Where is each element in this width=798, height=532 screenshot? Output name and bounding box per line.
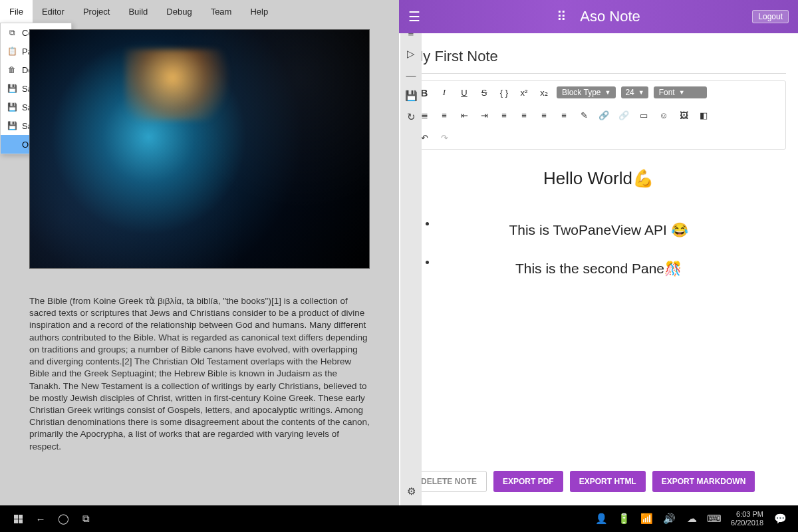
list-ol-button[interactable]: ≡ [437, 108, 452, 122]
side-icon-strip: ← ≡ ▷ — 💾 ↻ ⚙ [400, 0, 422, 505]
volume-icon[interactable]: 🔊 [658, 505, 680, 532]
content-line-1: Hello World💪 [418, 168, 779, 189]
align-center-button[interactable]: ≡ [517, 108, 531, 122]
bullet-icon [426, 222, 429, 225]
erase-button[interactable]: ◧ [696, 108, 711, 122]
menu-debug[interactable]: Debug [157, 0, 201, 23]
chevron-down-icon: ▼ [604, 89, 610, 96]
font-select[interactable]: Font▼ [654, 86, 707, 98]
cortana-icon[interactable]: ◯ [52, 505, 74, 532]
subscript-button[interactable]: x₂ [537, 85, 551, 100]
start-button[interactable] [7, 505, 29, 532]
note-pane: ☰ ⠿ Aso Note Logout B I U S { } x² x₂ Bl… [399, 0, 798, 505]
redo-button[interactable]: ↷ [437, 130, 452, 145]
export-pdf-button[interactable]: EXPORT PDF [493, 471, 563, 492]
menu-editor[interactable]: Editor [33, 0, 74, 23]
app-title: Aso Note [580, 8, 640, 25]
taskbar-clock[interactable]: 6:03 PM 6/20/2018 [731, 510, 763, 527]
chevron-down-icon: ▼ [638, 89, 644, 96]
align-justify-button[interactable]: ≡ [557, 108, 571, 122]
menu-file[interactable]: File [0, 0, 33, 23]
note-actions: DELETE NOTE EXPORT PDF EXPORT HTML EXPOR… [411, 466, 786, 497]
indent-button[interactable]: ⇥ [477, 108, 491, 122]
menu-help[interactable]: Help [241, 0, 277, 23]
hamburger-icon[interactable]: ☰ [408, 9, 420, 25]
editor-content[interactable]: Hello World💪 This is TwoPaneView API 😂 T… [411, 150, 786, 466]
align-left-button[interactable]: ≡ [497, 108, 511, 122]
export-markdown-button[interactable]: EXPORT MARKDOWN [652, 471, 755, 492]
emoji-button[interactable]: ☺ [656, 108, 671, 122]
apps-grid-icon[interactable]: ⠿ [557, 9, 567, 25]
nebula-image [29, 29, 370, 269]
code-button[interactable]: { } [497, 85, 511, 100]
color-button[interactable]: ✎ [577, 108, 591, 122]
superscript-button[interactable]: x² [517, 85, 531, 100]
taskbar: ← ◯ ⧉ 👤 🔋 📶 🔊 ☁ ⌨ 6:03 PM 6/20/2018 💬 [0, 505, 798, 532]
divider [411, 73, 786, 74]
bullet-icon [426, 261, 429, 264]
gear-icon[interactable]: ⚙ [407, 485, 416, 497]
battery-icon[interactable]: 🔋 [612, 505, 635, 532]
body-text: The Bible (from Koine Greek τὰ βιβλία, t… [29, 295, 370, 453]
ide-pane: File Editor Project Build Debug Team Hel… [0, 0, 399, 505]
embed-button[interactable]: ▭ [636, 108, 651, 122]
italic-button[interactable]: I [437, 85, 452, 100]
block-type-select[interactable]: Block Type▼ [557, 86, 616, 98]
image-button[interactable]: 🖼 [676, 108, 691, 122]
note-title-input[interactable] [411, 44, 786, 69]
align-right-button[interactable]: ≡ [537, 108, 551, 122]
people-icon[interactable]: 👤 [590, 505, 612, 532]
play-icon[interactable]: ▷ [407, 48, 415, 60]
menu-build[interactable]: Build [119, 0, 157, 23]
back-button[interactable]: ← [29, 505, 52, 532]
wifi-icon[interactable]: 📶 [635, 505, 658, 532]
font-size-select[interactable]: 24▼ [621, 86, 648, 98]
refresh-icon[interactable]: ↻ [407, 111, 416, 123]
note-header: ☰ ⠿ Aso Note Logout [399, 0, 798, 33]
task-view-icon[interactable]: ⧉ [74, 505, 97, 532]
ide-body: The Bible (from Koine Greek τὰ βιβλία, t… [0, 23, 399, 505]
save-disk-icon[interactable]: 💾 [405, 90, 418, 102]
strike-button[interactable]: S [477, 85, 491, 100]
link-button[interactable]: 🔗 [597, 108, 611, 122]
keyboard-icon[interactable]: ⌨ [703, 505, 726, 532]
unlink-button[interactable]: 🔗 [616, 108, 631, 122]
content-line-2: This is TwoPaneView API 😂 [418, 222, 779, 238]
chevron-down-icon: ▼ [679, 89, 685, 96]
editor-toolbar: B I U S { } x² x₂ Block Type▼ 24▼ Font▼ … [411, 80, 786, 150]
export-html-button[interactable]: EXPORT HTML [570, 471, 646, 492]
note-body: B I U S { } x² x₂ Block Type▼ 24▼ Font▼ … [399, 33, 798, 505]
notifications-icon[interactable]: 💬 [769, 505, 791, 532]
content-line-3: This is the second Pane🎊 [418, 261, 779, 277]
onedrive-icon[interactable]: ☁ [680, 505, 703, 532]
underline-button[interactable]: U [457, 85, 471, 100]
menu-bar: File Editor Project Build Debug Team Hel… [0, 0, 399, 23]
outdent-button[interactable]: ⇤ [457, 108, 471, 122]
line-icon[interactable]: — [406, 69, 416, 80]
menu-project[interactable]: Project [74, 0, 119, 23]
delete-note-button[interactable]: DELETE NOTE [411, 471, 487, 492]
menu-team[interactable]: Team [201, 0, 241, 23]
logout-button[interactable]: Logout [752, 10, 789, 23]
